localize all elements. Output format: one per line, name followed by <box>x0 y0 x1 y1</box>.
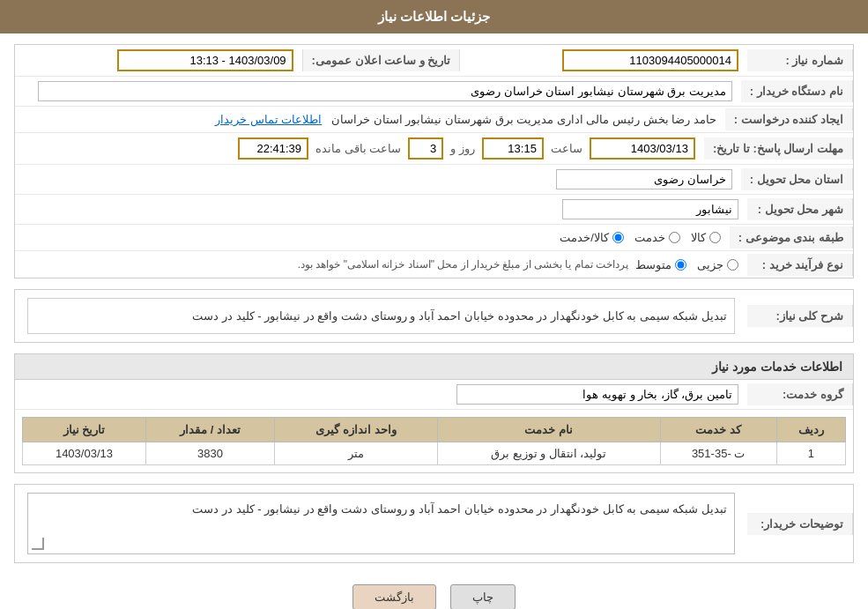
announce-date-label: تاریخ و ساعت اعلان عمومی: <box>302 49 461 71</box>
need-number-input[interactable] <box>562 49 738 71</box>
service-group-value <box>15 380 747 409</box>
announce-date-input[interactable] <box>117 49 293 71</box>
purchase-motaset-item: متوسط <box>635 258 686 271</box>
cell-qty: 3830 <box>145 442 274 465</box>
col-name: نام خدمت <box>437 418 660 442</box>
deadline-label: مهلت ارسال پاسخ: تا تاریخ: <box>704 137 853 160</box>
services-section: اطلاعات خدمات مورد نیاز گروه خدمت: ردیف … <box>14 353 854 473</box>
deadline-date-input[interactable] <box>590 137 695 160</box>
deadline-remaining-label: ساعت باقی مانده <box>315 142 401 155</box>
col-unit: واحد اندازه گیری <box>275 418 437 442</box>
need-number-label: شماره نیاز : <box>747 49 853 71</box>
province-input[interactable] <box>556 169 732 189</box>
category-label: طبقه بندی موضوعی : <box>730 227 853 249</box>
services-table: ردیف کد خدمت نام خدمت واحد اندازه گیری ت… <box>22 417 846 465</box>
row-province: استان محل تحویل : <box>15 165 853 195</box>
category-khedmat-radio[interactable] <box>669 232 680 243</box>
deadline-values: ساعت روز و ساعت باقی مانده <box>15 133 704 164</box>
row-deadline: مهلت ارسال پاسخ: تا تاریخ: ساعت روز و سا… <box>15 133 853 165</box>
back-button[interactable]: بازگشت <box>352 584 436 609</box>
buyer-org-label: نام دستگاه خریدار : <box>741 80 853 102</box>
buyer-description-section: توضیحات خریدار: تبدیل شبکه سیمی به کابل … <box>14 484 854 563</box>
deadline-remaining-input[interactable] <box>238 137 308 160</box>
creator-label: ایجاد کننده درخواست : <box>725 108 853 130</box>
category-kala-item: کالا <box>691 231 721 244</box>
cell-date: 1403/03/13 <box>23 442 146 465</box>
buyer-org-input[interactable] <box>38 81 732 101</box>
buyer-description-text: تبدیل شبکه سیمی به کابل خودنگهدار در محد… <box>27 493 735 554</box>
col-date: تاریخ نیاز <box>23 418 146 442</box>
service-group-label: گروه خدمت: <box>747 383 853 405</box>
row-need-number: شماره نیاز : تاریخ و ساعت اعلان عمومی: <box>15 45 853 77</box>
col-qty: تعداد / مقدار <box>145 418 274 442</box>
row-category: طبقه بندی موضوعی : کالا خدمت <box>15 225 853 251</box>
row-buyer-org: نام دستگاه خریدار : <box>15 77 853 107</box>
category-kala-radio[interactable] <box>709 232 721 243</box>
content-area: شماره نیاز : تاریخ و ساعت اعلان عمومی: ن… <box>0 33 868 609</box>
creator-text: حامد رضا بخش رئیس مالی اداری مدیریت برق … <box>331 113 716 126</box>
announce-date-value <box>15 45 302 76</box>
services-table-container: ردیف کد خدمت نام خدمت واحد اندازه گیری ت… <box>15 410 853 472</box>
deadline-days-input[interactable] <box>408 137 443 160</box>
need-description-value: تبدیل شبکه سیمی به کابل خودنگهدار در محد… <box>15 290 747 342</box>
need-description-section: شرح کلی نیاز: تبدیل شبکه سیمی به کابل خو… <box>14 289 854 343</box>
creator-value: حامد رضا بخش رئیس مالی اداری مدیریت برق … <box>15 108 725 130</box>
purchase-note: پرداخت تمام یا بخشی از مبلغ خریدار از مح… <box>298 258 628 271</box>
need-description-text: تبدیل شبکه سیمی به کابل خودنگهدار در محد… <box>27 298 735 334</box>
purchase-type-value: جزیی متوسط پرداخت تمام یا بخشی از مبلغ خ… <box>15 254 747 276</box>
col-code: کد خدمت <box>660 418 776 442</box>
service-group-input[interactable] <box>456 384 738 405</box>
page-title: جزئیات اطلاعات نیاز <box>378 9 490 24</box>
row-purchase-type: نوع فرآیند خرید : جزیی متوسط <box>15 251 853 278</box>
deadline-day-label: روز و <box>450 142 475 155</box>
buyer-description-label: توضیحات خریدار: <box>747 513 853 535</box>
button-group: چاپ بازگشت <box>14 574 854 609</box>
cell-name: تولید، انتقال و توزیع برق <box>437 442 660 465</box>
purchase-type-label: نوع فرآیند خرید : <box>747 254 853 276</box>
cell-unit: متر <box>275 442 437 465</box>
row-city: شهر محل تحویل : <box>15 195 853 225</box>
main-form-section: شماره نیاز : تاریخ و ساعت اعلان عمومی: ن… <box>14 44 854 279</box>
buyer-description-value: تبدیل شبکه سیمی به کابل خودنگهدار در محد… <box>15 485 747 562</box>
purchase-jozvi-item: جزیی <box>697 258 738 271</box>
purchase-motaset-radio[interactable] <box>675 259 686 271</box>
table-row: 1 ت -35-351 تولید، انتقال و توزیع برق مت… <box>23 442 846 465</box>
category-kala-khedmat-radio[interactable] <box>612 232 624 243</box>
contact-link[interactable]: اطلاعات تماس خریدار <box>215 113 322 126</box>
category-khedmat-label: خدمت <box>634 231 665 244</box>
category-value: کالا خدمت کالا/خدمت <box>15 227 730 249</box>
category-kala-khedmat-item: کالا/خدمت <box>560 231 624 244</box>
row-need-description: شرح کلی نیاز: تبدیل شبکه سیمی به کابل خو… <box>15 290 853 342</box>
category-kala-khedmat-label: کالا/خدمت <box>560 231 609 244</box>
print-button[interactable]: چاپ <box>450 584 516 609</box>
city-input[interactable] <box>562 199 738 219</box>
page-header: جزئیات اطلاعات نیاز <box>0 0 868 33</box>
purchase-jozvi-label: جزیی <box>697 258 723 271</box>
deadline-time-label: ساعت <box>551 142 582 155</box>
purchase-jozvi-radio[interactable] <box>727 259 738 271</box>
city-label: شهر محل تحویل : <box>747 198 853 220</box>
deadline-time-input[interactable] <box>482 137 544 160</box>
cell-code: ت -35-351 <box>660 442 776 465</box>
col-row-num: ردیف <box>776 418 845 442</box>
services-section-title: اطلاعات خدمات مورد نیاز <box>15 354 853 380</box>
buyer-org-value <box>15 77 741 106</box>
category-khedmat-item: خدمت <box>634 231 680 244</box>
category-kala-label: کالا <box>691 231 706 244</box>
province-value <box>15 165 741 194</box>
purchase-motaset-label: متوسط <box>635 258 671 271</box>
province-label: استان محل تحویل : <box>741 168 853 190</box>
city-value <box>15 195 747 224</box>
need-description-label: شرح کلی نیاز: <box>747 305 853 327</box>
need-number-value <box>460 45 747 76</box>
row-service-group: گروه خدمت: <box>15 380 853 410</box>
table-header-row: ردیف کد خدمت نام خدمت واحد اندازه گیری ت… <box>23 418 846 442</box>
row-creator: ایجاد کننده درخواست : حامد رضا بخش رئیس … <box>15 107 853 133</box>
cell-row-num: 1 <box>776 442 845 465</box>
page-wrapper: جزئیات اطلاعات نیاز شماره نیاز : تاریخ و… <box>0 0 868 609</box>
row-buyer-description: توضیحات خریدار: تبدیل شبکه سیمی به کابل … <box>15 485 853 562</box>
